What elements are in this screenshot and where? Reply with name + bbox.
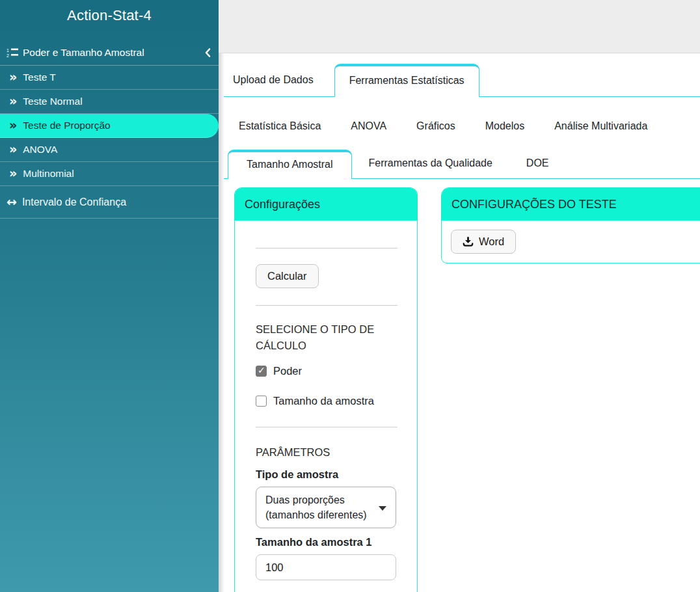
double-chevron-right-icon: » <box>9 167 17 180</box>
double-chevron-right-icon: » <box>9 119 17 131</box>
sidebar-item-teste-de-proporcao[interactable]: » Teste de Proporção <box>0 114 219 138</box>
sidebar-section-poder-e-tamanho-amostral[interactable]: 1 2 Poder e Tamanho Amostral <box>0 40 219 66</box>
checkbox-label: Poder <box>273 365 302 377</box>
sidebar-item-teste-normal[interactable]: » Teste Normal <box>0 90 219 114</box>
panels-area: Configurações Calcular SELECIONE O TIPO … <box>224 187 700 587</box>
calc-type-label: SELECIONE O TIPO DE CÁLCULO <box>256 321 397 354</box>
sample-type-select[interactable]: Duas proporções (tamanhos diferentes) <box>256 487 396 528</box>
sample-type-selected-value: Duas proporções (tamanhos diferentes) <box>265 494 367 520</box>
secondary-tabs: Estatística Básica ANOVA Gráficos Modelo… <box>224 111 700 137</box>
sidebar-item-label: Teste Normal <box>23 96 82 107</box>
tab-tamanho-amostral[interactable]: Tamanho Amostral <box>228 150 352 179</box>
left-right-arrow-icon: ↔ <box>7 196 17 208</box>
content-area: Upload de Dados Ferramentas Estatísticas… <box>224 64 700 587</box>
divider <box>256 248 397 249</box>
double-chevron-right-icon: » <box>9 71 17 83</box>
app-window: Action-Stat-4 1 2 Poder e Tamanho Amostr… <box>0 0 700 592</box>
test-config-panel-header: CONFIGURAÇÕES DO TESTE <box>442 188 700 221</box>
tab-anova[interactable]: ANOVA <box>336 115 401 137</box>
sidebar-item-label: Teste T <box>23 72 56 83</box>
sample-size-1-label: Tamanho da amostra 1 <box>256 536 397 548</box>
sidebar-item-label: Teste de Proporção <box>23 120 110 131</box>
checkbox-icon[interactable] <box>256 396 267 407</box>
word-export-button[interactable]: Word <box>451 230 516 254</box>
config-panel-body: Calcular SELECIONE O TIPO DE CÁLCULO Pod… <box>235 221 417 592</box>
config-panel: Configurações Calcular SELECIONE O TIPO … <box>234 187 418 592</box>
tab-modelos[interactable]: Modelos <box>470 115 539 137</box>
double-chevron-right-icon: » <box>9 95 17 107</box>
sidebar-section-label: Poder e Tamanho Amostral <box>23 47 144 59</box>
sidebar-item-label: ANOVA <box>23 144 57 155</box>
ordered-list-icon: 1 2 <box>7 47 18 58</box>
svg-text:2: 2 <box>7 53 9 58</box>
tab-upload-de-dados[interactable]: Upload de Dados <box>224 64 323 96</box>
sidebar-item-label: Multinomial <box>23 168 74 180</box>
test-config-panel-body: Word <box>442 221 700 263</box>
sidebar-item-intervalo-de-confianca[interactable]: ↔ Intervalo de Confiança <box>0 186 219 219</box>
divider <box>256 427 397 427</box>
parameters-label: PARÂMETROS <box>256 444 397 461</box>
tab-analise-multivariada[interactable]: Análise Multivariada <box>539 115 662 137</box>
divider <box>256 305 397 306</box>
test-config-panel-title: CONFIGURAÇÕES DO TESTE <box>451 198 617 211</box>
sample-type-label: Tipo de amostra <box>256 468 397 481</box>
app-title: Action-Stat-4 <box>0 0 219 24</box>
tab-ferramentas-da-qualidade[interactable]: Ferramentas da Qualidade <box>352 150 509 178</box>
sidebar-item-anova[interactable]: » ANOVA <box>0 138 219 162</box>
calculate-button[interactable]: Calcular <box>256 264 319 288</box>
sample-size-1-input[interactable] <box>256 554 396 580</box>
primary-tabs: Upload de Dados Ferramentas Estatísticas <box>224 64 700 97</box>
test-config-panel: CONFIGURAÇÕES DO TESTE Word <box>441 187 700 263</box>
top-bar <box>219 0 700 53</box>
checkbox-tamanho-da-amostra[interactable]: Tamanho da amostra <box>256 395 397 407</box>
word-button-label: Word <box>479 235 504 248</box>
double-chevron-right-icon: » <box>9 143 17 155</box>
tab-estatistica-basica[interactable]: Estatística Básica <box>224 115 336 137</box>
main-area: Upload de Dados Ferramentas Estatísticas… <box>219 0 700 592</box>
sidebar-item-teste-t[interactable]: » Teste T <box>0 66 219 90</box>
sidebar-item-multinomial[interactable]: » Multinomial <box>0 162 219 186</box>
tab-doe[interactable]: DOE <box>509 150 566 178</box>
sidebar-item-label: Intervalo de Confiança <box>22 196 126 208</box>
svg-text:1: 1 <box>7 47 9 52</box>
download-icon <box>463 236 474 247</box>
sidebar: Action-Stat-4 1 2 Poder e Tamanho Amostr… <box>0 0 219 592</box>
config-panel-header: Configurações <box>235 188 417 221</box>
checkbox-label: Tamanho da amostra <box>273 395 374 407</box>
tab-ferramentas-estatisticas[interactable]: Ferramentas Estatísticas <box>334 64 479 97</box>
tertiary-tabs: Tamanho Amostral Ferramentas da Qualidad… <box>224 150 700 179</box>
checkbox-poder[interactable]: Poder <box>256 365 397 377</box>
tab-graficos[interactable]: Gráficos <box>401 115 470 137</box>
caret-down-icon <box>379 506 386 511</box>
sidebar-menu: » Teste T » Teste Normal » Teste de Prop… <box>0 66 219 186</box>
chevron-left-icon[interactable] <box>204 47 211 58</box>
config-panel-title: Configurações <box>245 198 320 211</box>
checkbox-icon[interactable] <box>256 366 267 377</box>
